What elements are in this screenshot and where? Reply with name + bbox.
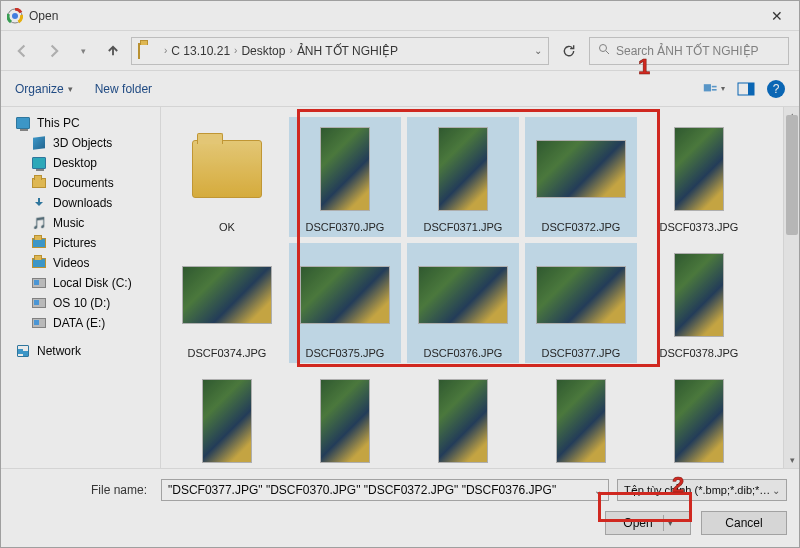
- sidebar-item-data-e[interactable]: DATA (E:): [1, 313, 160, 333]
- sidebar-item-this-pc[interactable]: This PC: [1, 113, 160, 133]
- file-item[interactable]: DSCF0378.JPG: [643, 243, 755, 363]
- breadcrumb-dropdown-icon[interactable]: ⌄: [534, 45, 542, 56]
- body: This PC 3D Objects Desktop Documents Dow…: [1, 107, 799, 468]
- sidebar-item-videos[interactable]: Videos: [1, 253, 160, 273]
- sidebar-item-documents[interactable]: Documents: [1, 173, 160, 193]
- sidebar-item-pictures[interactable]: Pictures: [1, 233, 160, 253]
- file-name-label: DSCF0378.JPG: [647, 347, 751, 359]
- nav-forward-button[interactable]: [41, 39, 65, 63]
- sidebar-item-downloads[interactable]: Downloads: [1, 193, 160, 213]
- image-thumbnail: [300, 266, 390, 324]
- image-thumbnail: [674, 253, 724, 337]
- filename-input[interactable]: "DSCF0377.JPG" "DSCF0370.JPG" "DSCF0372.…: [161, 479, 609, 501]
- open-button[interactable]: Open▾: [605, 511, 691, 535]
- filename-label: File name:: [13, 483, 153, 497]
- scrollbar[interactable]: ▴ ▾: [783, 107, 799, 468]
- file-item[interactable]: DSCF0374.JPG: [171, 243, 283, 363]
- filename-dropdown-icon[interactable]: ⌄: [594, 485, 602, 496]
- file-item[interactable]: DSCF0370.JPG: [289, 117, 401, 237]
- image-thumbnail: [202, 379, 252, 463]
- cancel-button[interactable]: Cancel: [701, 511, 787, 535]
- sidebar-item-3d-objects[interactable]: 3D Objects: [1, 133, 160, 153]
- image-thumbnail: [556, 379, 606, 463]
- network-icon: [15, 344, 31, 358]
- filter-value: Tệp tùy chỉnh (*.bmp;*.dib;*.jfif;): [624, 484, 772, 497]
- breadcrumb-seg[interactable]: C 13.10.21: [171, 44, 230, 58]
- folder-icon: [138, 44, 154, 58]
- file-name-label: DSCF0375.JPG: [293, 347, 397, 359]
- file-item[interactable]: [525, 369, 637, 468]
- help-button[interactable]: ?: [767, 80, 785, 98]
- file-item[interactable]: [289, 369, 401, 468]
- disk-icon: [31, 296, 47, 310]
- file-name-label: OK: [175, 221, 279, 233]
- cube-icon: [31, 136, 47, 150]
- svg-point-2: [600, 45, 607, 52]
- scroll-down-icon[interactable]: ▾: [784, 452, 799, 468]
- folder-icon: [192, 140, 262, 198]
- file-name-label: DSCF0376.JPG: [411, 347, 515, 359]
- search-placeholder: Search ẢNH TỐT NGHIỆP: [616, 44, 759, 58]
- sidebar-item-os10-d[interactable]: OS 10 (D:): [1, 293, 160, 313]
- videos-icon: [31, 256, 47, 270]
- sidebar-item-local-disk-c[interactable]: Local Disk (C:): [1, 273, 160, 293]
- file-item[interactable]: [171, 369, 283, 468]
- pc-icon: [15, 116, 31, 130]
- file-item[interactable]: DSCF0377.JPG: [525, 243, 637, 363]
- organize-button[interactable]: Organize ▾: [15, 82, 73, 96]
- footer: File name: "DSCF0377.JPG" "DSCF0370.JPG"…: [1, 468, 799, 547]
- filter-dropdown-icon[interactable]: ⌄: [772, 485, 780, 496]
- refresh-button[interactable]: [555, 37, 583, 65]
- file-item[interactable]: DSCF0373.JPG: [643, 117, 755, 237]
- window-title: Open: [29, 9, 58, 23]
- file-item[interactable]: DSCF0375.JPG: [289, 243, 401, 363]
- scroll-thumb[interactable]: [786, 115, 798, 235]
- image-thumbnail: [418, 266, 508, 324]
- image-thumbnail: [438, 379, 488, 463]
- music-icon: 🎵: [31, 216, 47, 230]
- desktop-icon: [31, 156, 47, 170]
- view-mode-button[interactable]: ▾: [703, 80, 725, 98]
- file-item[interactable]: [643, 369, 755, 468]
- file-name-label: DSCF0373.JPG: [647, 221, 751, 233]
- breadcrumb-seg[interactable]: ẢNH TỐT NGHIỆP: [297, 44, 398, 58]
- image-thumbnail: [182, 266, 272, 324]
- file-item[interactable]: DSCF0372.JPG: [525, 117, 637, 237]
- titlebar: Open ✕: [1, 1, 799, 31]
- preview-pane-button[interactable]: [735, 80, 757, 98]
- toolbar: Organize ▾ New folder ▾ ?: [1, 71, 799, 107]
- svg-point-1: [12, 13, 18, 19]
- history-dropdown[interactable]: ▾: [71, 39, 95, 63]
- file-item[interactable]: DSCF0371.JPG: [407, 117, 519, 237]
- file-name-label: DSCF0374.JPG: [175, 347, 279, 359]
- nav-up-button[interactable]: [101, 39, 125, 63]
- new-folder-button[interactable]: New folder: [95, 82, 152, 96]
- search-input[interactable]: Search ẢNH TỐT NGHIỆP: [589, 37, 789, 65]
- pictures-icon: [31, 236, 47, 250]
- breadcrumb-seg[interactable]: Desktop: [241, 44, 285, 58]
- file-name-label: DSCF0370.JPG: [293, 221, 397, 233]
- nav-back-button[interactable]: [11, 39, 35, 63]
- file-item[interactable]: DSCF0376.JPG: [407, 243, 519, 363]
- filetype-filter[interactable]: Tệp tùy chỉnh (*.bmp;*.dib;*.jfif;) ⌄: [617, 479, 787, 501]
- breadcrumb[interactable]: › C 13.10.21 › Desktop › ẢNH TỐT NGHIỆP …: [131, 37, 549, 65]
- address-row: ▾ › C 13.10.21 › Desktop › ẢNH TỐT NGHIỆ…: [1, 31, 799, 71]
- svg-rect-4: [712, 89, 717, 91]
- image-thumbnail: [536, 266, 626, 324]
- disk-icon: [31, 276, 47, 290]
- close-button[interactable]: ✕: [761, 4, 793, 28]
- sidebar-item-desktop[interactable]: Desktop: [1, 153, 160, 173]
- navigation-pane: This PC 3D Objects Desktop Documents Dow…: [1, 107, 161, 468]
- download-icon: [31, 196, 47, 210]
- image-thumbnail: [536, 140, 626, 198]
- svg-rect-5: [712, 85, 717, 87]
- open-dialog: Open ✕ ▾ › C 13.10.21 › Desktop › ẢNH TỐ…: [0, 0, 800, 548]
- file-item[interactable]: [407, 369, 519, 468]
- svg-rect-7: [748, 83, 754, 95]
- file-name-label: DSCF0377.JPG: [529, 347, 633, 359]
- filename-value: "DSCF0377.JPG" "DSCF0370.JPG" "DSCF0372.…: [168, 483, 556, 497]
- file-item[interactable]: OK: [171, 117, 283, 237]
- sidebar-item-music[interactable]: 🎵Music: [1, 213, 160, 233]
- sidebar-item-network[interactable]: Network: [1, 341, 160, 361]
- search-icon: [598, 43, 610, 58]
